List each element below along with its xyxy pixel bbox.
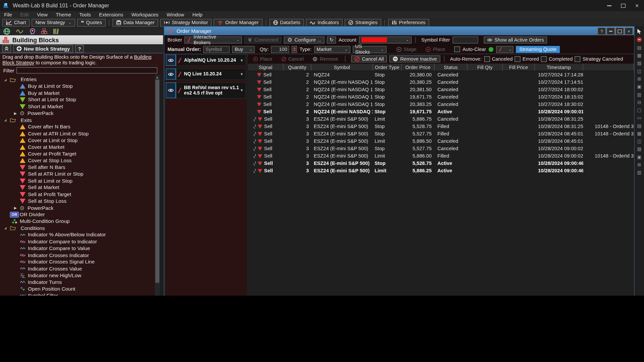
panel-tool-icon-10[interactable]: ▭ <box>637 115 642 120</box>
strategy-card[interactable]: NQ Live 10.20.24▼ <box>165 68 246 80</box>
tree-item-multi-condition-group[interactable]: Multi-Condition Group <box>0 218 70 225</box>
tree-item-entries[interactable]: ◢Entries <box>0 76 37 83</box>
tree-scrollbar[interactable]: ▲ ▼ <box>155 75 160 296</box>
order-row[interactable]: Sell2NQZ24 (E-mini NASDAQ 100)Stop19,671… <box>248 93 634 101</box>
panel-tool-icon-12[interactable]: ▦ <box>637 131 642 136</box>
om-minimize-button[interactable] <box>607 27 615 35</box>
tree-item-short-at-market[interactable]: Short at Market <box>0 103 63 110</box>
strategy-card[interactable]: BB RelVol mean rev v1.1 es2 4.5 rf live … <box>165 82 246 99</box>
panel-tool-icon-14[interactable]: ▧ <box>637 146 642 152</box>
tree-item-powerpack[interactable]: ▶⚙PowerPack <box>0 204 53 211</box>
panel-tool-icon-4[interactable]: ◫ <box>637 68 642 73</box>
tree-item-indicator-crosses-signal-line[interactable]: Indicator Crosses Signal Line <box>0 259 95 265</box>
expand-arrow-icon[interactable]: ▶ <box>14 206 17 210</box>
order-row[interactable]: Sell2NQZ24 (E-mini NASDAQ 100)Stop20,380… <box>248 78 634 86</box>
tree-item-cover-at-atr-limit-or-stop[interactable]: Cover at ATR Limit or Stop <box>0 130 89 137</box>
menu-edit[interactable]: Edit <box>16 11 33 18</box>
order-row[interactable]: Sell2NQZ24 (E-mini NASDAQ 100)Stop20,381… <box>248 86 634 93</box>
tree-item-buy-at-limit-or-stop[interactable]: Buy at Limit or Stop <box>0 83 73 90</box>
tree-item-indicator-new-high-low[interactable]: Indicator new High/Low <box>0 272 81 279</box>
column-header-fill-price[interactable]: Fill Price <box>503 64 535 71</box>
chevron-down-icon[interactable]: ▼ <box>240 88 246 92</box>
remove-inactive-button[interactable]: Remove Inactive <box>389 55 440 62</box>
menu-workspaces[interactable]: Workspaces <box>127 11 162 18</box>
wave-palette-icon[interactable] <box>16 29 24 34</box>
account-select[interactable]: ⌄ <box>359 36 412 43</box>
panel-tool-icon-1[interactable]: ▤ <box>637 45 642 50</box>
tree-item-sell-at-profit-target[interactable]: Sell at Profit Target <box>0 191 71 198</box>
column-header-fill-qty[interactable]: Fill Qty <box>467 64 502 71</box>
om-help-button[interactable]: ? <box>598 27 606 35</box>
tree-item-cover-at-stop-loss[interactable]: Cover at Stop Loss <box>0 157 71 164</box>
expand-arrow-icon[interactable]: ▶ <box>14 111 17 115</box>
tree-item-indicator-above-below-indicator[interactable]: Indicator % Above/Below Indicator <box>0 232 106 238</box>
tree-item-cover-at-limit-or-stop[interactable]: Cover at Limit or Stop <box>0 137 77 144</box>
menu-file[interactable]: File <box>0 11 16 18</box>
tree-item-indicator-crosses-value[interactable]: Indicator Crosses Value <box>0 265 82 272</box>
tree-item-exits[interactable]: ◢Exits <box>0 117 32 124</box>
auto-remove-errored-checkbox[interactable] <box>515 56 521 62</box>
filter-input[interactable] <box>16 67 157 73</box>
order-row[interactable]: Sell3ESZ24 (E-mini S&P 500)Stop5,528.75A… <box>248 160 634 167</box>
panel-tool-icon-11[interactable]: ▤ <box>637 123 642 128</box>
cancel-order-button[interactable]: Cancel <box>278 55 307 62</box>
order-type-select[interactable]: Market⌄ <box>314 46 350 53</box>
panel-tool-icon-9[interactable]: ▢ <box>637 108 642 113</box>
panel-tool-icon-13[interactable]: ◫ <box>637 139 642 144</box>
toolbar-new-strategy[interactable]: New Strategy⌄ <box>32 19 75 26</box>
tree-item-or-divider[interactable]: OROR Divider <box>0 212 45 218</box>
eye-icon[interactable] <box>166 82 176 98</box>
auto-remove-strategy-canceled-checkbox[interactable] <box>575 56 580 62</box>
configure-button[interactable]: ⚙ Configure ... <box>284 36 325 43</box>
auto-remove-canceled-checkbox[interactable] <box>484 56 490 62</box>
remove-order-button[interactable]: Remove <box>310 55 341 62</box>
panel-tool-icon-17[interactable]: ▥ <box>637 170 642 175</box>
column-header-order-type[interactable]: Order Type <box>373 64 402 71</box>
order-row[interactable]: Sell3ESZ24 (E-mini S&P 500)Limit5,886.25… <box>248 167 634 174</box>
tree-item-sell-at-market[interactable]: Sell at Market <box>0 184 59 191</box>
restore-button[interactable] <box>616 0 630 11</box>
order-row[interactable]: Sell3ESZ24 (E-mini S&P 500)Stop5,527.75C… <box>248 145 634 152</box>
toolbar-indicators[interactable]: Indicators <box>306 19 342 26</box>
menu-view[interactable]: View <box>33 11 52 18</box>
tree-item-open-position-count[interactable]: Open Position Count <box>0 286 75 292</box>
tree-item-indicator-crosses-indicator[interactable]: Indicator Crosses Indicator <box>0 252 89 258</box>
panel-tool-icon-8[interactable]: ⊟ <box>637 100 641 105</box>
place-button[interactable]: Place <box>422 46 448 53</box>
menu-extensions[interactable]: Extensions <box>95 11 127 18</box>
order-row[interactable]: Sell3ESZ24 (E-mini S&P 500)Limit5,886.00… <box>248 152 634 160</box>
collapse-arrow-icon[interactable]: ◢ <box>4 226 7 230</box>
column-header-timestamp[interactable]: Timestamp <box>535 64 583 71</box>
qty-stepper[interactable] <box>292 46 297 53</box>
panel-tool-icon-2[interactable]: ▦ <box>637 53 642 58</box>
collapse-arrow-icon[interactable]: ◢ <box>4 78 7 81</box>
column-header-quantity[interactable]: Quantity <box>283 64 311 71</box>
cancel-all-button[interactable]: Cancel All <box>351 55 387 62</box>
side-select[interactable]: Buy⌄ <box>232 46 255 53</box>
menu-window[interactable]: Window <box>163 11 189 18</box>
quote-source-select[interactable]: ⌄ <box>496 46 514 53</box>
toolbar-data-manager[interactable]: Data Manager <box>113 19 158 26</box>
tree-item-indicator-compare-to-indicator[interactable]: Indicator Compare to Indicator <box>0 238 97 245</box>
books-palette-icon[interactable] <box>53 28 59 34</box>
tree-item-cover-after-n-bars[interactable]: Cover after N Bars <box>0 124 70 130</box>
auto-remove-completed-checkbox[interactable] <box>541 56 547 62</box>
toolbar-quotes[interactable]: ❝Quotes <box>77 19 106 26</box>
menu-tools[interactable]: Tools <box>75 11 95 18</box>
tree-item-cover-at-profit-target[interactable]: Cover at Profit Target <box>0 150 76 157</box>
column-header-order-price[interactable]: Order Price <box>402 64 435 71</box>
tree-item-short-at-limit-or-stop[interactable]: Short at Limit or Stop <box>0 97 76 103</box>
globe-palette-icon[interactable] <box>3 28 10 35</box>
tree-item-indicator-compare-to-value[interactable]: Indicator Compare to Value <box>0 245 90 252</box>
panel-tool-icon-16[interactable]: ⊞ <box>637 162 641 167</box>
menu-help[interactable]: Help <box>188 11 207 18</box>
tree-item-symbol-filter[interactable]: ABCSymbol Filter <box>0 292 58 296</box>
order-row[interactable]: Sell3ESZ24 (E-mini S&P 500)Limit5,886.75… <box>248 115 634 123</box>
om-close-button[interactable]: × <box>625 27 633 35</box>
collapse-arrow-icon[interactable]: ◢ <box>4 118 7 122</box>
toolbar-preferences[interactable]: Preferences <box>388 19 429 26</box>
order-row[interactable]: Sell2NQZ24 (E-mini NASDAQ 100)Stop20,383… <box>248 101 634 108</box>
new-block-strategy-button[interactable]: New Block Strategy <box>13 45 73 52</box>
stage-button[interactable]: Stage <box>393 46 420 53</box>
order-row[interactable]: Sell3ESZ24 (E-mini S&P 500)Limit5,886.50… <box>248 137 634 145</box>
